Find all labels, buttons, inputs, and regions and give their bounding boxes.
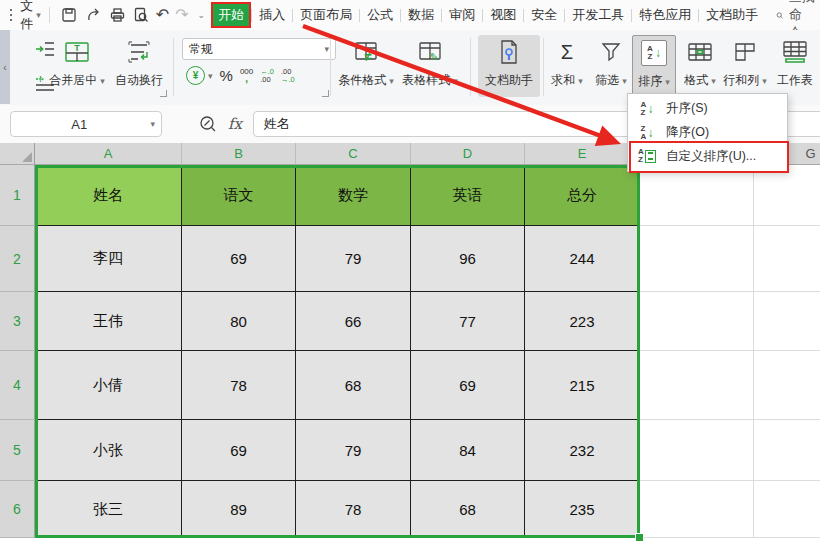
number-format-select[interactable]: 常规 ▾ bbox=[182, 38, 336, 60]
undo-button[interactable]: ↶ bbox=[156, 4, 169, 26]
currency-format-button[interactable]: ¥ ▾ bbox=[186, 66, 213, 85]
sort-button[interactable]: AZ ↓ 排序▾ bbox=[632, 35, 676, 99]
row-header-4[interactable]: 4 bbox=[0, 351, 35, 420]
sort-menu-item-custom[interactable]: AZ自定义排序(U)... bbox=[628, 144, 787, 168]
rows-cols-button[interactable]: 行和列▾ bbox=[720, 35, 770, 89]
more-commands-button[interactable]: ⌄ bbox=[195, 4, 206, 26]
cell-F2[interactable] bbox=[640, 226, 754, 292]
increase-decimal-button[interactable]: ←.0 .00 bbox=[260, 68, 274, 84]
row-header-2[interactable]: 2 bbox=[0, 226, 35, 292]
cell-G4[interactable] bbox=[754, 351, 820, 420]
cell-E1[interactable]: 总分 bbox=[525, 165, 640, 226]
cell-A6[interactable]: 张三 bbox=[35, 481, 182, 538]
name-box[interactable]: A1 ▾ bbox=[10, 111, 162, 137]
menu-tab-10[interactable]: 文档助手 bbox=[700, 3, 764, 27]
row-header-1[interactable]: 1 bbox=[0, 165, 35, 226]
cell-E2[interactable]: 244 bbox=[525, 226, 640, 292]
find-replace-icon[interactable] bbox=[198, 114, 218, 134]
cell-E3[interactable]: 223 bbox=[525, 292, 640, 351]
menu-tab-2[interactable]: 页面布局 bbox=[294, 3, 358, 27]
cell-F4[interactable] bbox=[640, 351, 754, 420]
cell-D5[interactable]: 84 bbox=[411, 420, 525, 481]
column-header-D[interactable]: D bbox=[411, 143, 525, 165]
cell-B2[interactable]: 69 bbox=[182, 226, 296, 292]
cell-B6[interactable]: 89 bbox=[182, 481, 296, 538]
cell-D2[interactable]: 96 bbox=[411, 226, 525, 292]
percent-format-button[interactable]: % bbox=[220, 67, 233, 84]
cell-C6[interactable]: 78 bbox=[296, 481, 411, 538]
cell-G1[interactable] bbox=[754, 165, 820, 226]
comma-format-button[interactable]: 000 , bbox=[240, 68, 253, 83]
cell-G3[interactable] bbox=[754, 292, 820, 351]
cell-B4[interactable]: 78 bbox=[182, 351, 296, 420]
dialog-launcher[interactable] bbox=[322, 90, 329, 97]
cell-D6[interactable]: 68 bbox=[411, 481, 525, 538]
conditional-format-button[interactable]: ≠ 条件格式▾ bbox=[336, 35, 396, 89]
column-header-E[interactable]: E bbox=[525, 143, 640, 165]
redo-button[interactable]: ↷ bbox=[175, 4, 188, 26]
insert-function-button[interactable]: fx bbox=[228, 115, 242, 133]
doc-assistant-button[interactable]: 文档助手 bbox=[478, 35, 540, 97]
column-header-C[interactable]: C bbox=[296, 143, 411, 165]
export-button[interactable] bbox=[84, 4, 102, 26]
print-preview-button[interactable] bbox=[132, 4, 150, 26]
row-header-6[interactable]: 6 bbox=[0, 481, 35, 538]
cell-A3[interactable]: 王伟 bbox=[35, 292, 182, 351]
merge-center-button[interactable]: T 合并居中▾ bbox=[46, 35, 108, 89]
cell-D3[interactable]: 77 bbox=[411, 292, 525, 351]
cell-F5[interactable] bbox=[640, 420, 754, 481]
cell-C1[interactable]: 数学 bbox=[296, 165, 411, 226]
cell-A5[interactable]: 小张 bbox=[35, 420, 182, 481]
cell-E4[interactable]: 215 bbox=[525, 351, 640, 420]
cell-C3[interactable]: 66 bbox=[296, 292, 411, 351]
hamburger-menu-icon[interactable] bbox=[10, 9, 12, 21]
cell-F6[interactable] bbox=[640, 481, 754, 538]
cell-F1[interactable] bbox=[640, 165, 754, 226]
cell-C2[interactable]: 79 bbox=[296, 226, 411, 292]
column-header-A[interactable]: A bbox=[35, 143, 182, 165]
row-header-3[interactable]: 3 bbox=[0, 292, 35, 351]
save-button[interactable] bbox=[60, 4, 78, 26]
worksheet-button[interactable]: 工作表 bbox=[772, 35, 818, 89]
cell-A1[interactable]: 姓名 bbox=[35, 165, 182, 226]
cell-F3[interactable] bbox=[640, 292, 754, 351]
decrease-decimal-button[interactable]: .00 →.0 bbox=[281, 68, 295, 84]
row-header-5[interactable]: 5 bbox=[0, 420, 35, 481]
cell-D4[interactable]: 69 bbox=[411, 351, 525, 420]
cell-B3[interactable]: 80 bbox=[182, 292, 296, 351]
select-all-corner[interactable] bbox=[0, 143, 35, 165]
menu-tab-5[interactable]: 审阅 bbox=[443, 3, 481, 27]
menu-tab-4[interactable]: 数据 bbox=[402, 3, 440, 27]
cell-B5[interactable]: 69 bbox=[182, 420, 296, 481]
cell-A4[interactable]: 小倩 bbox=[35, 351, 182, 420]
cell-G6[interactable] bbox=[754, 481, 820, 538]
column-header-B[interactable]: B bbox=[182, 143, 296, 165]
cell-A2[interactable]: 李四 bbox=[35, 226, 182, 292]
cell-D1[interactable]: 英语 bbox=[411, 165, 525, 226]
menu-tab-7[interactable]: 安全 bbox=[525, 3, 563, 27]
menu-tab-1[interactable]: 插入 bbox=[253, 3, 291, 27]
cell-E6[interactable]: 235 bbox=[525, 481, 640, 538]
print-button[interactable] bbox=[108, 4, 126, 26]
cell-E5[interactable]: 232 bbox=[525, 420, 640, 481]
menu-tab-3[interactable]: 公式 bbox=[361, 3, 399, 27]
collapse-panel-strip[interactable]: ‹ bbox=[0, 30, 10, 104]
cell-B1[interactable]: 语文 bbox=[182, 165, 296, 226]
sort-menu-item-asc[interactable]: AZ↓升序(S) bbox=[628, 97, 787, 121]
cell-C5[interactable]: 79 bbox=[296, 420, 411, 481]
menu-tab-8[interactable]: 开发工具 bbox=[566, 3, 630, 27]
cell-G5[interactable] bbox=[754, 420, 820, 481]
table-style-button[interactable]: ✎ 表格样式▾ bbox=[398, 35, 462, 89]
dialog-launcher[interactable] bbox=[160, 90, 167, 97]
menu-tab-9[interactable]: 特色应用 bbox=[633, 3, 697, 27]
menu-tab-0[interactable]: 开始 bbox=[212, 3, 250, 27]
sort-menu-item-desc[interactable]: ZA↓降序(O) bbox=[628, 121, 787, 145]
filter-button[interactable]: 筛选▾ bbox=[590, 35, 632, 89]
file-menu-button[interactable]: 文件 ▾ bbox=[20, 0, 41, 33]
sum-button[interactable]: Σ 求和▾ bbox=[546, 35, 588, 89]
cell-C4[interactable]: 68 bbox=[296, 351, 411, 420]
cell-G2[interactable] bbox=[754, 226, 820, 292]
format-button[interactable]: 格式▾ bbox=[680, 35, 720, 89]
wrap-text-button[interactable]: 自动换行 bbox=[110, 35, 168, 89]
menu-tab-6[interactable]: 视图 bbox=[484, 3, 522, 27]
